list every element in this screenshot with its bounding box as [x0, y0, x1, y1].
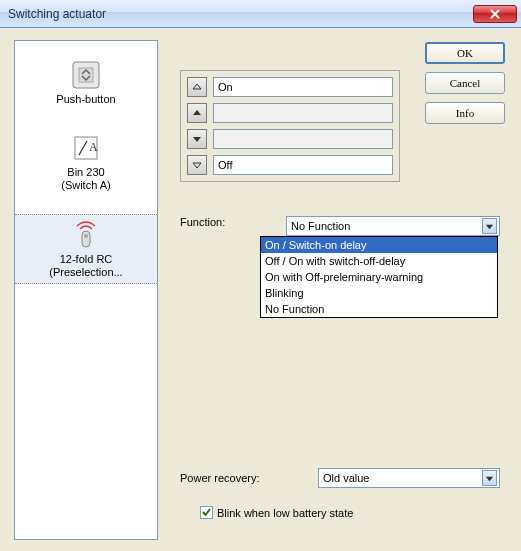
function-option[interactable]: On with Off-preleminary-warning — [261, 269, 497, 285]
row-down-blank — [187, 129, 393, 149]
switch-icon: A — [70, 132, 102, 164]
device-item-push-button[interactable]: Push-button — [15, 55, 157, 110]
device-label: Push-button — [17, 93, 155, 106]
window-title: Switching actuator — [8, 7, 473, 21]
blink-checkbox[interactable] — [200, 506, 213, 519]
power-recovery-value: Old value — [323, 472, 369, 484]
remote-icon — [70, 219, 102, 251]
row-down-off: Off — [187, 155, 393, 175]
function-combo[interactable]: No Function — [286, 216, 500, 236]
arrow-down-solid-icon[interactable] — [187, 129, 207, 149]
power-recovery-combo[interactable]: Old value — [318, 468, 500, 488]
action-down-blank-field[interactable] — [213, 129, 393, 149]
cancel-button[interactable]: Cancel — [425, 72, 505, 94]
function-combo-value: No Function — [291, 220, 350, 232]
check-icon — [201, 507, 212, 518]
row-up-blank — [187, 103, 393, 123]
row-up-on: On — [187, 77, 393, 97]
chevron-down-icon — [482, 218, 497, 234]
arrow-up-outline-icon[interactable] — [187, 77, 207, 97]
device-label-1: Bin 230 — [17, 166, 155, 179]
info-button[interactable]: Info — [425, 102, 505, 124]
action-up-on-field[interactable]: On — [213, 77, 393, 97]
action-down-off-field[interactable]: Off — [213, 155, 393, 175]
function-option[interactable]: On / Switch-on delay — [261, 237, 497, 253]
device-label-2: (Preselection... — [17, 266, 155, 279]
arrow-up-solid-icon[interactable] — [187, 103, 207, 123]
svg-text:A: A — [89, 140, 98, 154]
svg-rect-4 — [82, 231, 90, 247]
device-item-bin230[interactable]: A Bin 230 (Switch A) — [15, 128, 157, 196]
device-item-12fold-rc[interactable]: 12-fold RC (Preselection... — [15, 214, 157, 284]
function-option[interactable]: No Function — [261, 301, 497, 317]
arrow-down-outline-icon[interactable] — [187, 155, 207, 175]
chevron-down-icon — [482, 470, 497, 486]
device-list: Push-button A Bin 230 (Switch A) 12-fold… — [14, 40, 158, 540]
device-label-1: 12-fold RC — [17, 253, 155, 266]
action-up-blank-field[interactable] — [213, 103, 393, 123]
blink-checkbox-row[interactable]: Blink when low battery state — [200, 506, 353, 519]
action-rows-group: On Off — [180, 70, 400, 182]
function-option[interactable]: Blinking — [261, 285, 497, 301]
function-option[interactable]: Off / On with switch-off-delay — [261, 253, 497, 269]
blink-checkbox-label: Blink when low battery state — [217, 507, 353, 519]
svg-point-5 — [84, 234, 88, 238]
device-label-2: (Switch A) — [17, 179, 155, 192]
power-recovery-label: Power recovery: — [180, 472, 310, 484]
title-bar: Switching actuator — [0, 0, 521, 28]
client-area: Push-button A Bin 230 (Switch A) 12-fold… — [0, 28, 521, 551]
close-button[interactable] — [473, 5, 517, 23]
ok-button[interactable]: OK — [425, 42, 505, 64]
close-icon — [490, 9, 500, 19]
push-button-icon — [70, 59, 102, 91]
function-dropdown-list[interactable]: On / Switch-on delay Off / On with switc… — [260, 236, 498, 318]
function-label: Function: — [180, 216, 278, 228]
